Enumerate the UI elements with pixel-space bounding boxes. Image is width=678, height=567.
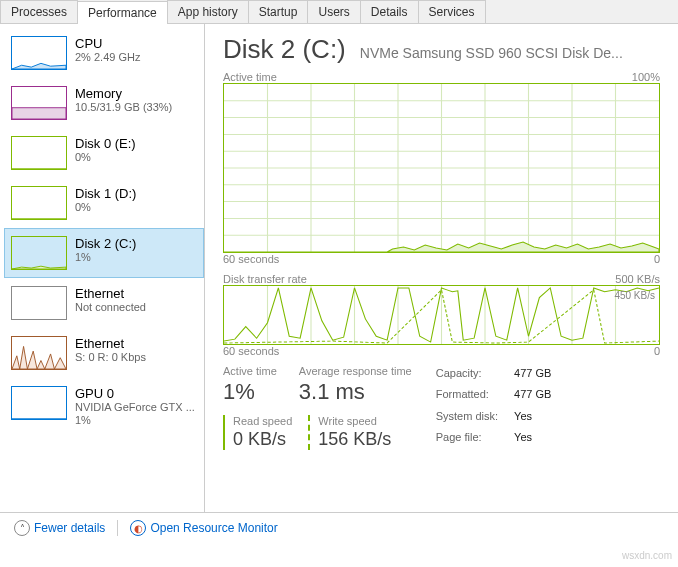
- prop-value: Yes: [514, 408, 551, 429]
- tab-app-history[interactable]: App history: [167, 0, 249, 23]
- transfer-xleft: 60 seconds: [223, 345, 279, 357]
- active-time-stat-label: Active time: [223, 365, 277, 377]
- sidebar-info: Memory10.5/31.9 GB (33%): [75, 86, 172, 114]
- sidebar-item-ethernet[interactable]: EthernetNot connected: [4, 278, 204, 328]
- active-time-graph: [223, 83, 660, 253]
- sidebar-thumb: [11, 236, 67, 270]
- chevron-up-icon: ˄: [14, 520, 30, 536]
- tab-performance[interactable]: Performance: [77, 1, 168, 24]
- sidebar-thumb: [11, 86, 67, 120]
- sidebar-item-cpu[interactable]: CPU2% 2.49 GHz: [4, 28, 204, 78]
- open-resource-monitor-link[interactable]: ◐ Open Resource Monitor: [130, 520, 277, 536]
- sidebar-item-sub: NVIDIA GeForce GTX ... 1%: [75, 401, 197, 427]
- disk-subtitle: NVMe Samsung SSD 960 SCSI Disk De...: [360, 45, 660, 61]
- prop-key: Formatted:: [436, 386, 498, 407]
- fewer-details-button[interactable]: ˄ Fewer details: [14, 520, 105, 536]
- resource-monitor-icon: ◐: [130, 520, 146, 536]
- sidebar-item-sub: 0%: [75, 151, 136, 164]
- sidebar-item-memory[interactable]: Memory10.5/31.9 GB (33%): [4, 78, 204, 128]
- avg-resp-label: Average response time: [299, 365, 412, 377]
- stats-row: Active time 1% Average response time 3.1…: [223, 365, 660, 450]
- tab-details[interactable]: Details: [360, 0, 419, 23]
- sidebar-item-title: Memory: [75, 86, 172, 101]
- sidebar-item-disk-2-c-[interactable]: Disk 2 (C:)1%: [4, 228, 204, 278]
- prop-value: Yes: [514, 429, 551, 450]
- disk-title: Disk 2 (C:): [223, 34, 346, 65]
- avg-resp-value: 3.1 ms: [299, 379, 412, 405]
- sidebar-item-sub: 1%: [75, 251, 136, 264]
- sidebar-item-gpu-0[interactable]: GPU 0NVIDIA GeForce GTX ... 1%: [4, 378, 204, 435]
- sidebar-item-title: Disk 0 (E:): [75, 136, 136, 151]
- tab-processes[interactable]: Processes: [0, 0, 78, 23]
- sidebar-item-ethernet[interactable]: EthernetS: 0 R: 0 Kbps: [4, 328, 204, 378]
- sidebar-info: GPU 0NVIDIA GeForce GTX ... 1%: [75, 386, 197, 427]
- disk-properties: Capacity:477 GBFormatted:477 GBSystem di…: [436, 365, 552, 450]
- sidebar-info: CPU2% 2.49 GHz: [75, 36, 140, 64]
- write-speed-value: 156 KB/s: [318, 429, 391, 450]
- sidebar-item-title: Disk 1 (D:): [75, 186, 136, 201]
- sidebar-info: EthernetNot connected: [75, 286, 146, 314]
- footer-bar: ˄ Fewer details ◐ Open Resource Monitor …: [0, 512, 678, 543]
- sidebar-item-disk-1-d-[interactable]: Disk 1 (D:)0%: [4, 178, 204, 228]
- prop-key: Page file:: [436, 429, 498, 450]
- sidebar-info: Disk 0 (E:)0%: [75, 136, 136, 164]
- sidebar-thumb: [11, 386, 67, 420]
- prop-key: System disk:: [436, 408, 498, 429]
- sidebar-info: EthernetS: 0 R: 0 Kbps: [75, 336, 146, 364]
- sidebar-item-disk-0-e-[interactable]: Disk 0 (E:)0%: [4, 128, 204, 178]
- disk-header: Disk 2 (C:) NVMe Samsung SSD 960 SCSI Di…: [223, 34, 660, 65]
- tabs-bar: ProcessesPerformanceApp historyStartupUs…: [0, 0, 678, 24]
- sidebar: CPU2% 2.49 GHzMemory10.5/31.9 GB (33%)Di…: [0, 24, 205, 512]
- transfer-graph: 450 KB/s: [223, 285, 660, 345]
- active-time-label: Active time: [223, 71, 277, 83]
- sidebar-info: Disk 2 (C:)1%: [75, 236, 136, 264]
- read-speed-value: 0 KB/s: [233, 429, 292, 450]
- footer-divider: [117, 520, 118, 536]
- sidebar-item-title: Disk 2 (C:): [75, 236, 136, 251]
- sidebar-item-title: CPU: [75, 36, 140, 51]
- sidebar-item-title: Ethernet: [75, 336, 146, 351]
- transfer-label: Disk transfer rate: [223, 273, 307, 285]
- sidebar-item-sub: 2% 2.49 GHz: [75, 51, 140, 64]
- sidebar-item-sub: 0%: [75, 201, 136, 214]
- sidebar-thumb: [11, 36, 67, 70]
- sidebar-item-sub: S: 0 R: 0 Kbps: [75, 351, 146, 364]
- write-speed-label: Write speed: [318, 415, 391, 427]
- content-area: CPU2% 2.49 GHzMemory10.5/31.9 GB (33%)Di…: [0, 24, 678, 512]
- active-time-graph-block: Active time 100%: [223, 71, 660, 265]
- sidebar-thumb: [11, 136, 67, 170]
- active-time-stat-value: 1%: [223, 379, 277, 405]
- sidebar-thumb: [11, 336, 67, 370]
- fewer-details-label: Fewer details: [34, 521, 105, 535]
- prop-value: 477 GB: [514, 386, 551, 407]
- sidebar-thumb: [11, 186, 67, 220]
- tab-users[interactable]: Users: [307, 0, 360, 23]
- active-time-max: 100%: [632, 71, 660, 83]
- active-time-xright: 0: [654, 253, 660, 265]
- prop-value: 477 GB: [514, 365, 551, 386]
- sidebar-info: Disk 1 (D:)0%: [75, 186, 136, 214]
- transfer-graph-block: Disk transfer rate 500 KB/s 450 KB/s: [223, 273, 660, 357]
- open-resource-label: Open Resource Monitor: [150, 521, 277, 535]
- sidebar-item-title: GPU 0: [75, 386, 197, 401]
- transfer-max: 500 KB/s: [615, 273, 660, 285]
- sidebar-item-title: Ethernet: [75, 286, 146, 301]
- sidebar-item-sub: Not connected: [75, 301, 146, 314]
- tab-startup[interactable]: Startup: [248, 0, 309, 23]
- transfer-xright: 0: [654, 345, 660, 357]
- tab-services[interactable]: Services: [418, 0, 486, 23]
- main-panel: Disk 2 (C:) NVMe Samsung SSD 960 SCSI Di…: [205, 24, 678, 512]
- transfer-inner-label: 450 KB/s: [614, 290, 655, 301]
- active-time-xleft: 60 seconds: [223, 253, 279, 265]
- sidebar-thumb: [11, 286, 67, 320]
- prop-key: Capacity:: [436, 365, 498, 386]
- read-speed-label: Read speed: [233, 415, 292, 427]
- sidebar-item-sub: 10.5/31.9 GB (33%): [75, 101, 172, 114]
